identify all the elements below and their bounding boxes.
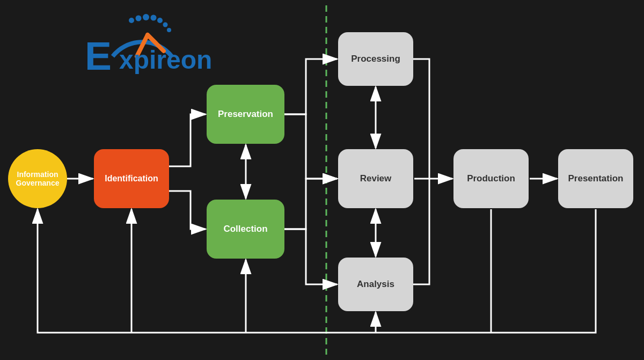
svg-point-4 [157, 18, 163, 23]
node-preservation: Preservation [207, 85, 284, 144]
svg-point-5 [163, 23, 168, 27]
svg-point-2 [143, 14, 149, 20]
svg-text:E: E [85, 33, 112, 78]
arrow-id-collection [169, 191, 206, 229]
node-identification: Identification [94, 149, 169, 208]
arrow-collection-review [284, 179, 337, 229]
node-collection: Collection [207, 200, 284, 259]
node-production: Production [453, 149, 529, 208]
arrow-preservation-processing [284, 59, 337, 114]
svg-point-0 [129, 18, 134, 23]
node-analysis: Analysis [338, 258, 413, 311]
diagram: E xpireon Information Governance Identif… [0, 0, 644, 360]
bracket-right [413, 59, 429, 284]
arrow-preservation-review [284, 114, 337, 179]
svg-text:xpireon: xpireon [119, 46, 212, 74]
node-review: Review [338, 149, 413, 208]
node-info-governance: Information Governance [8, 149, 67, 208]
node-processing: Processing [338, 32, 413, 86]
svg-point-1 [136, 16, 142, 21]
node-presentation: Presentation [558, 149, 633, 208]
logo: E xpireon [43, 11, 215, 80]
svg-point-3 [151, 15, 157, 21]
svg-point-6 [167, 28, 171, 32]
arrow-loop-bottom [38, 209, 596, 333]
arrow-collection-analysis [284, 229, 337, 284]
arrow-id-preservation [169, 114, 206, 166]
